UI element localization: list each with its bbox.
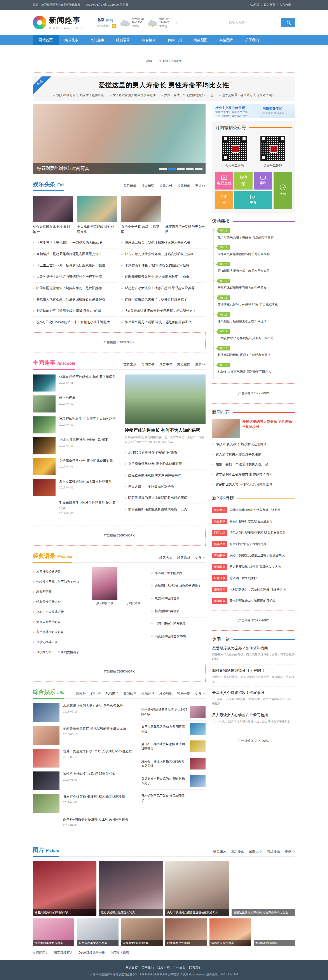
footer-nav-link[interactable]: 版权声明 [157,966,170,969]
ranking-item[interactable]: 奇闻轶事 头纱下的烛光女孩蕾丝透视长裙妩媚勾人 [212,550,295,561]
gallery-photo[interactable]: 情侣浪漫亲密写真 [210,918,251,947]
news-link[interactable]: 勉励人勤劳的名言 [33,617,87,627]
leisure-item[interactable]: 四种食物悄悄毁掉肾 千万别碰！ 肾虚会引起多种疾病，比如会使你的容颜早衰、腰漆酸… [212,665,295,687]
news-link[interactable]: 连好闺蜜唐嫣也失去了，杨幂真的没朋友了 [122,294,206,305]
news-item[interactable]: 黄圣依助阵品牌活动 皱纹明显遮不住 [141,721,206,738]
sidebar-ad[interactable]: 广告横幅 370PX-90PX [212,611,295,631]
ranking-item[interactable]: 搞笑图片 好看到哭的刘亦菲时尚写真 [212,538,295,550]
feature-photo[interactable] [125,374,206,424]
news-item[interactable]: 毛泽东逝世前中国发生神秘事件 昭示着什么 2017-04-03 [33,500,118,517]
section-tab[interactable]: 奇闻轶事 [141,362,154,366]
news-link[interactable]: 阴阳眼是真的吗？揭秘阴阳眼出现的原理 [125,492,206,504]
news-item[interactable]: 分享自我经历鼓励他人 她们开了场暖趴 2017-04-05 [33,374,118,391]
news-link[interactable]: 余秋雨让人感动的15句经典语录！ [151,579,206,592]
section-more-link[interactable]: 更多>> [195,362,206,366]
news-link[interactable]: 陈伟霆外网无PS原图曝光，还是你的男神不？ [122,317,206,328]
gallery-photo[interactable]: 性感蕾丝美女私房写真 [33,918,74,947]
section-tab[interactable]: 囧图天下 [249,850,262,854]
broadcast-item[interactable]: 06-16 阿sa新剧大量亲热戏，称男友不会介意 [218,262,295,278]
news-link[interactable]: 《阿甘正传》经典语录 [151,617,206,630]
news-link[interactable]: 《三生三世》花絮：杨幂赵又廷船戏嫌床小施展 [33,260,117,271]
news-card[interactable]: 林宥嘉澳门开唱晒与美女合照 [165,196,206,234]
news-link[interactable]: 《三生三世十里桃花》：一部杨幂的大Boss史 [33,237,117,248]
broadcast-item[interactable]: 06-16 甄子丹西装亮相车展捞金 与景甜同框合影 [218,228,295,245]
gallery-photo[interactable]: 时尚美女个性街拍 [165,918,207,947]
city-switch-link[interactable]: [切换] [106,19,113,22]
banner-ad-780[interactable]: 广告横幅 780PX-90PX [33,662,206,682]
nav-item[interactable]: 经典语录 [110,35,136,45]
section-tab[interactable]: 体坛运动 [141,692,154,696]
tile-tipoff[interactable]: 爆料 [254,172,272,189]
news-item[interactable]: 盘点衣衫不整出镜的女明星 这操作亮了 [141,772,206,789]
news-link[interactable]: 经典爱情语录大全 [33,597,87,607]
gallery-photo[interactable]: 粉色内衣美女诱惑写真 [77,918,118,947]
ranking-item[interactable]: 囧哥说事 情侣之间吵架要听也要装 哄女朋友确实是 [212,527,295,538]
footer-nav-link[interactable]: 联系我们 [189,966,202,969]
nav-item[interactable]: 休闲一刻 [162,35,187,45]
headline-sub-link[interactable]: ◆女人最讨厌男人哪些房事臭毛病 [110,93,156,97]
tile-violation[interactable]: 违章 [274,172,292,209]
broadcast-item[interactable]: 06-16 逆风翻盘，杨超越怎么还在车祸现场 [218,312,295,329]
search-button[interactable] [281,18,295,27]
news-link[interactable]: 北纬30度再现神作 神秘的“犇”图案 [125,447,206,458]
slider-dot[interactable] [159,168,166,170]
sidebar-ad[interactable]: 广告横幅 370PX-90PX [212,383,295,404]
section-more-link[interactable]: 更多>> [285,850,295,854]
slider-dot[interactable] [195,168,203,170]
section-more-link[interactable]: 更多>> [195,184,206,188]
gallery-photo[interactable]: 海边情侣甜蜜瞬间 [254,918,295,947]
news-item[interactable]: 身材好不好穿条“低腰裤” 柳岩杨幂林志玲拼 2017-04-03 [33,794,136,813]
section-tab[interactable]: 新闻哥 [76,692,86,696]
headline-sub-link[interactable]: ◆“男人出轨无罪”引热议女人还需经济 [53,93,104,97]
section-tab[interactable]: 灵异事件 [159,362,172,366]
friend-link[interactable]: 织梦CMS官方 [54,951,73,955]
tile-tv-live[interactable]: 电视直播 [215,172,233,189]
news-link[interactable]: 陈思诚出轨后，我们才知道佟丽娅原来这么美 [122,237,206,248]
topbar-link[interactable]: 加入收藏 [280,3,291,6]
news-link[interactable]: 当初结婚，是赵又廷命好还是高圆圆眼光毒？ [33,248,117,260]
broadcast-item[interactable]: 06-16 王菊获赞敬业 彩排现场认真准备一丝不苟 [218,329,295,346]
site-logo[interactable]: 新闻趣事 原创PC+WAP二站合一 [33,15,86,30]
news-item[interactable]: 萝莉警察买菜走红 她说发怒的样子最美无法 2018-06-15 [33,726,136,745]
gallery-photo[interactable]: 好看到哭的刘亦菲时尚写真 [33,861,96,916]
news-card[interactable]: 中央戏剧学院迎57周年 佟丽娅葛 [77,196,117,234]
gallery-photo[interactable]: 红裙妖娆美女性感迷人写真 [99,861,163,916]
news-item[interactable]: 夏日不一样的速度与激情 水上项目嗨翻天 [141,738,206,755]
nav-item[interactable]: 综合娱乐 [136,35,162,45]
broadcast-item[interactable]: 06-16 周冬雨九宫格素颜照作两千万粉丝福利 [218,245,295,262]
headline-sub-link[interactable]: ◆姑娘，要找一个宠爱你的男人在一起 [162,93,213,97]
news-link[interactable]: 盘点盗墓贼遇到的10大真实神秘事件 [125,470,206,481]
nav-item[interactable]: 高清图库 [213,35,239,45]
section-tab[interactable]: 涨姿势呢 [159,692,172,696]
slider-dot[interactable] [186,168,194,170]
news-link[interactable]: 说小Q丑没Lucas帅的站出来！张柏芝小儿子近照大 [33,317,117,328]
news-item[interactable]: 盘点盗墓贼遇到的10大真实神秘事件 2017-04-03 [33,479,118,496]
footer-nav-link[interactable]: 网站首页 [125,966,138,969]
news-link[interactable]: 刘诗诗能否凭《黎明决战》摘掉“演技差”的帽 [33,305,117,317]
news-link[interactable]: 关晓彤人气这么高，到底是因脸好看还是腿好看 [33,294,117,305]
footer-nav-link[interactable]: 广告服务 [173,966,186,969]
section-tab[interactable]: 野史秘闻 [177,362,190,366]
news-card[interactable]: 林心如首谈女儿:只要看到她,什 [33,196,73,234]
broadcast-item[interactable]: 06-16 居然有比赵丽颖更有魅力的包子脸女主 [218,278,295,296]
section-tab[interactable]: FUN来了 [106,692,119,696]
news-link[interactable]: 女人最讨厌男人哪些房事臭毛病 [212,449,295,459]
nav-item[interactable]: 搞笑囧图 [187,35,213,45]
news-link[interactable]: 女子离奇怀孕46年 腹中胎儿缺氧而死 [125,458,206,470]
leisure-item[interactable]: 男人最让女人心动的八个瞬间包括 1、下雨天，他悄悄把伞倾向你这一边，自己却淋湿了… [212,709,295,727]
ranking-item[interactable]: 历史故事 韩美日拟举行首次联合反潜演习 [212,516,295,527]
news-link[interactable]: 富兰克林的名人名言 [33,627,87,637]
news-link[interactable]: 新浪微博经典语录 [151,605,206,617]
news-link[interactable]: 世界之最——全球最高的双子塔 [125,481,206,492]
leisure-item[interactable]: 恋爱期冷战怎么办？如何才能找回 恋爱是一门人生的必修课，而在恋爱的过程中，必然少… [212,642,295,665]
footer-nav-link[interactable]: 关于我们 [141,966,154,969]
nav-item[interactable]: 网站首页 [33,35,59,45]
nav-item[interactable]: 娱乐头条 [59,35,85,45]
news-item[interactable]: 河南有一种让人食指大动的美食 豫见美味 [141,755,206,772]
news-item[interactable]: 超空泡现象 2017-04-03 [33,395,118,412]
recommend-featured[interactable]: 爱搓这里的男人寿命长 男性寿命平均比女性 [212,419,295,438]
section-tab[interactable]: 娱乐新闻 [177,184,190,188]
news-link[interactable]: 宋慧乔谈宋仲基，“经常请吃饭的姐姐”定位略 [122,260,206,271]
core-values-banner[interactable]: 社会主义核心价值观 富强 民主 文明 和谐 自由 平等 公正 法治 爱国 敬业 … [212,104,295,118]
search-input[interactable] [226,18,281,27]
